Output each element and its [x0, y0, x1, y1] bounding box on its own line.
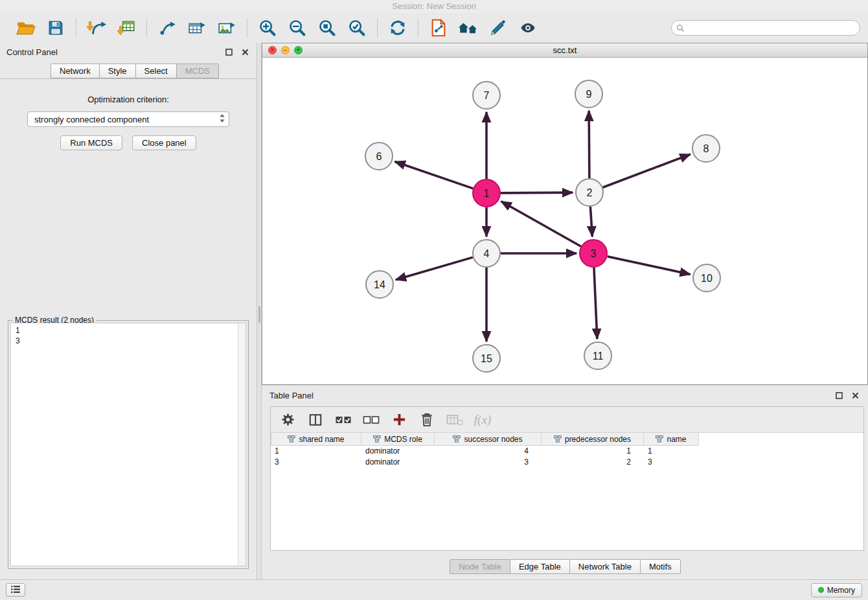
- close-table-panel-icon[interactable]: [851, 391, 860, 400]
- function-builder-button: f(x): [474, 411, 492, 429]
- column-header-name[interactable]: name: [644, 433, 699, 446]
- node-10[interactable]: 10: [693, 264, 720, 292]
- export-table-button[interactable]: [185, 16, 209, 40]
- tab-motifs[interactable]: Motifs: [640, 559, 681, 574]
- network-graph-svg[interactable]: 7968124314101511: [262, 58, 867, 384]
- mcds-buttons-row: Run MCDS Close panel: [0, 135, 257, 150]
- column-type-icon: [656, 435, 663, 443]
- criterion-dropdown[interactable]: strongly connected component: [27, 111, 229, 127]
- node-14[interactable]: 14: [366, 271, 393, 298]
- tab-network[interactable]: Network: [51, 63, 100, 78]
- window-titlebar: Session: New Session: [0, 0, 868, 13]
- column-header-label: successor nodes: [464, 435, 522, 444]
- control-panel-window-buttons: [224, 47, 250, 57]
- edge-2-3[interactable]: [590, 207, 592, 237]
- panel-list-button[interactable]: [6, 583, 25, 597]
- show-hide-button[interactable]: [516, 16, 540, 40]
- node-11[interactable]: 11: [584, 342, 611, 369]
- close-window-icon[interactable]: ×: [268, 46, 277, 54]
- annotation-pen-icon: [489, 19, 507, 36]
- edge-1-6[interactable]: [395, 161, 474, 188]
- node-8[interactable]: 8: [692, 135, 720, 162]
- minimize-window-icon[interactable]: –: [281, 46, 290, 54]
- tab-mcds[interactable]: MCDS: [176, 63, 219, 78]
- delete-table-icon: [446, 413, 464, 426]
- svg-text:3: 3: [591, 248, 597, 259]
- node-1[interactable]: 1: [473, 179, 500, 207]
- delete-column-button[interactable]: [418, 411, 436, 429]
- annotation-pen-button[interactable]: [486, 16, 510, 40]
- mcds-result-line: 3: [16, 336, 233, 346]
- memory-button[interactable]: Memory: [811, 583, 862, 597]
- zoom-selected-button[interactable]: [345, 16, 369, 40]
- tab-node-table[interactable]: Node Table: [450, 559, 510, 574]
- column-header-MCDS-role[interactable]: MCDS role: [361, 433, 435, 446]
- add-column-button[interactable]: [390, 411, 408, 429]
- network-window-titlebar[interactable]: scc.txt × – +: [262, 43, 867, 58]
- edge-2-9[interactable]: [589, 111, 589, 178]
- toolbar-group: [8, 16, 74, 40]
- first-neighbors-button[interactable]: [426, 16, 451, 40]
- toolbar-group: [149, 16, 245, 40]
- tab-edge-table[interactable]: Edge Table: [510, 559, 570, 574]
- edge-1-2[interactable]: [501, 192, 573, 193]
- panel-splitter[interactable]: [257, 43, 262, 579]
- zoom-fit-button[interactable]: [315, 16, 339, 40]
- import-network-from-file-icon: [87, 19, 106, 36]
- table-panel-window-buttons: [834, 391, 860, 400]
- save-session-button[interactable]: [43, 16, 68, 40]
- select-all-checks-button[interactable]: [334, 411, 352, 429]
- edge-3-1[interactable]: [501, 202, 581, 246]
- new-network-button[interactable]: [155, 16, 179, 40]
- column-header-shared-name[interactable]: shared name: [271, 433, 361, 446]
- close-panel-button[interactable]: Close panel: [132, 135, 196, 150]
- search-input[interactable]: [671, 20, 860, 36]
- refresh-layout-button[interactable]: [385, 16, 410, 40]
- zoom-in-button[interactable]: [255, 16, 280, 40]
- node-7[interactable]: 7: [473, 82, 500, 109]
- network-canvas[interactable]: 7968124314101511: [262, 58, 867, 384]
- table-settings-gear-button[interactable]: [279, 411, 297, 429]
- refresh-layout-icon: [389, 19, 407, 37]
- tab-network-table[interactable]: Network Table: [569, 559, 641, 574]
- column-header-predecessor-nodes[interactable]: predecessor nodes: [542, 433, 644, 446]
- tab-select[interactable]: Select: [135, 63, 177, 78]
- node-3[interactable]: 3: [580, 240, 607, 267]
- mcds-result-lines[interactable]: 13: [11, 323, 238, 566]
- table-row[interactable]: 3dominator323: [271, 457, 863, 468]
- zoom-out-button[interactable]: [285, 16, 310, 40]
- run-mcds-button[interactable]: Run MCDS: [60, 135, 122, 150]
- edge-2-8[interactable]: [603, 154, 691, 187]
- float-panel-icon[interactable]: [224, 47, 234, 57]
- node-9[interactable]: 9: [575, 80, 602, 108]
- export-image-button[interactable]: [214, 16, 239, 40]
- column-visibility-button[interactable]: [306, 411, 325, 429]
- float-table-panel-icon[interactable]: [834, 391, 844, 400]
- node-4[interactable]: 4: [473, 240, 500, 267]
- graphics-details-button[interactable]: [456, 16, 481, 40]
- open-session-button[interactable]: [14, 16, 38, 40]
- splitter-handle[interactable]: [258, 306, 260, 323]
- edge-4-14[interactable]: [396, 257, 473, 280]
- result-scrollbar[interactable]: [238, 323, 246, 566]
- toolbar-group: [380, 16, 416, 40]
- table-row[interactable]: 1dominator411: [271, 446, 863, 457]
- close-panel-icon[interactable]: [240, 47, 250, 57]
- node-6[interactable]: 6: [365, 143, 393, 170]
- svg-text:10: 10: [701, 273, 713, 284]
- clear-all-checks-button[interactable]: [362, 411, 380, 429]
- svg-text:4: 4: [484, 248, 490, 259]
- function-builder-icon: f(x): [474, 413, 491, 427]
- table-body[interactable]: 1dominator4113dominator323: [271, 446, 863, 550]
- import-network-from-file-button[interactable]: [84, 16, 109, 40]
- edge-3-11[interactable]: [594, 268, 597, 339]
- table-cell: 1: [542, 446, 644, 457]
- edge-3-10[interactable]: [607, 257, 690, 275]
- table-cell: 3: [644, 457, 699, 468]
- column-header-successor-nodes[interactable]: successor nodes: [435, 433, 542, 446]
- tab-style[interactable]: Style: [99, 63, 136, 78]
- node-15[interactable]: 15: [473, 345, 500, 372]
- zoom-window-icon[interactable]: +: [294, 46, 303, 54]
- node-2[interactable]: 2: [576, 179, 603, 206]
- import-table-from-file-button[interactable]: [114, 16, 139, 40]
